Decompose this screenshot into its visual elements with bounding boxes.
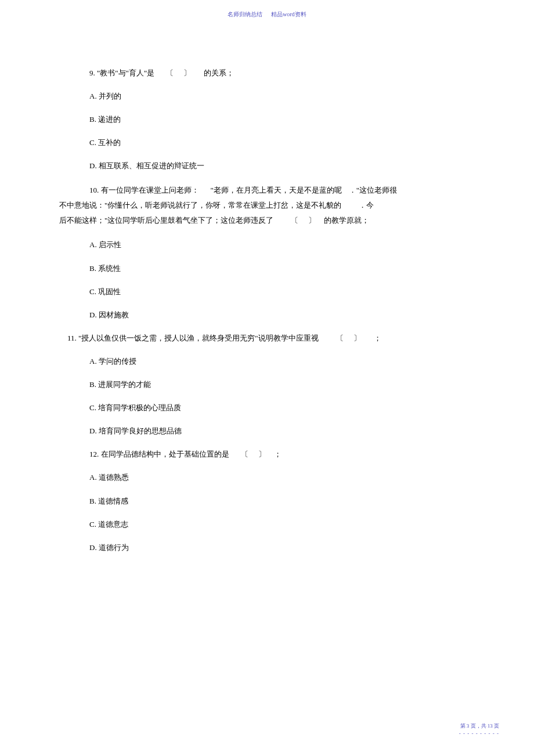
q10-line1b: "老师，在月亮上看天，天是不是蓝的呢 <box>211 186 342 194</box>
footer-pre: 第 <box>460 723 467 729</box>
page-header: 名师归纳总结 精品word资料 <box>0 10 534 19</box>
q12-option-b: B. 道德情感 <box>74 495 481 508</box>
q9-option-d: D. 相互联系、相互促进的辩证统一 <box>74 160 481 172</box>
question-9-stem: 9. "教书"与"育人"是〔 〕的关系； <box>74 67 481 79</box>
q10-option-a: A. 启示性 <box>74 238 481 251</box>
q10-line2a: 不中意地说："你懂什么，听老师说就行了，你呀，常常在课堂上打岔，这是不礼貌的 <box>59 201 341 209</box>
q12-option-a: A. 道德熟悉 <box>74 471 481 484</box>
q10-line1c: ．"这位老师很 <box>349 186 397 194</box>
question-12: 12. 在同学品德结构中，处于基础位置的是〔 〕； A. 道德熟悉 B. 道德情… <box>74 448 481 554</box>
q10-line2b: ．今 <box>359 201 374 209</box>
footer-total: 13 <box>488 723 493 729</box>
question-10: 10. 有一位同学在课堂上问老师："老师，在月亮上看天，天是不是蓝的呢．"这位老… <box>74 183 481 321</box>
footer-mid: 页，共 <box>469 723 488 729</box>
q9-option-c: C. 互补的 <box>74 136 481 149</box>
q12-bracket: 〔 〕 <box>241 450 267 458</box>
page-number: 第 3 页，共 13 页 <box>459 722 499 730</box>
q10-line1a: 10. 有一位同学在课堂上问老师： <box>89 186 199 194</box>
q11-option-d: D. 培育同学良好的思想品德 <box>74 425 481 437</box>
header-right-text: 精品word资料 <box>271 11 306 17</box>
q11-stem-pre: 11. "授人以鱼仅供一饭之需，授人以渔，就终身受用无穷"说明教学中应重视 <box>67 334 319 342</box>
footer-post: 页 <box>493 723 499 729</box>
q11-option-b: B. 进展同学的才能 <box>74 378 481 391</box>
q10-line3a: 后不能这样；"这位同学听后心里鼓着气坐下了；这位老师违反了 <box>59 216 273 225</box>
q12-stem-post: ； <box>274 450 282 458</box>
q9-stem-post: 的关系； <box>204 68 234 77</box>
q10-option-b: B. 系统性 <box>74 262 481 275</box>
q11-option-c: C. 培育同学积极的心理品质 <box>74 401 481 414</box>
q11-stem-post: ； <box>374 334 381 342</box>
document-content: 9. "教书"与"育人"是〔 〕的关系； A. 并列的 B. 递进的 C. 互补… <box>74 67 481 565</box>
page-footer: 第 3 页，共 13 页 - - - - - - - - - - <box>459 722 499 736</box>
question-10-stem: 10. 有一位同学在课堂上问老师："老师，在月亮上看天，天是不是蓝的呢．"这位老… <box>74 183 481 228</box>
question-11: 11. "授人以鱼仅供一饭之需，授人以渔，就终身受用无穷"说明教学中应重视〔 〕… <box>74 332 481 437</box>
q9-option-a: A. 并列的 <box>74 90 481 103</box>
footer-dashes: - - - - - - - - - - <box>459 730 499 736</box>
q11-bracket: 〔 〕 <box>336 334 362 342</box>
q12-option-c: C. 道德意志 <box>74 518 481 531</box>
q10-option-d: D. 因材施教 <box>74 309 481 321</box>
question-11-stem: 11. "授人以鱼仅供一饭之需，授人以渔，就终身受用无穷"说明教学中应重视〔 〕… <box>67 332 481 345</box>
q11-option-a: A. 学问的传授 <box>74 355 481 368</box>
q9-stem-pre: 9. "教书"与"育人"是 <box>89 68 154 77</box>
question-9: 9. "教书"与"育人"是〔 〕的关系； A. 并列的 B. 递进的 C. 互补… <box>74 67 481 172</box>
q10-option-c: C. 巩固性 <box>74 285 481 298</box>
q12-stem-pre: 12. 在同学品德结构中，处于基础位置的是 <box>89 450 229 458</box>
q9-option-b: B. 递进的 <box>74 113 481 126</box>
q9-bracket: 〔 〕 <box>166 68 192 77</box>
header-left-text: 名师归纳总结 <box>228 11 262 17</box>
q12-option-d: D. 道德行为 <box>74 541 481 554</box>
question-12-stem: 12. 在同学品德结构中，处于基础位置的是〔 〕； <box>74 448 481 461</box>
q10-line3b: 的教学原就； <box>324 216 369 225</box>
q10-bracket: 〔 〕 <box>291 216 317 225</box>
